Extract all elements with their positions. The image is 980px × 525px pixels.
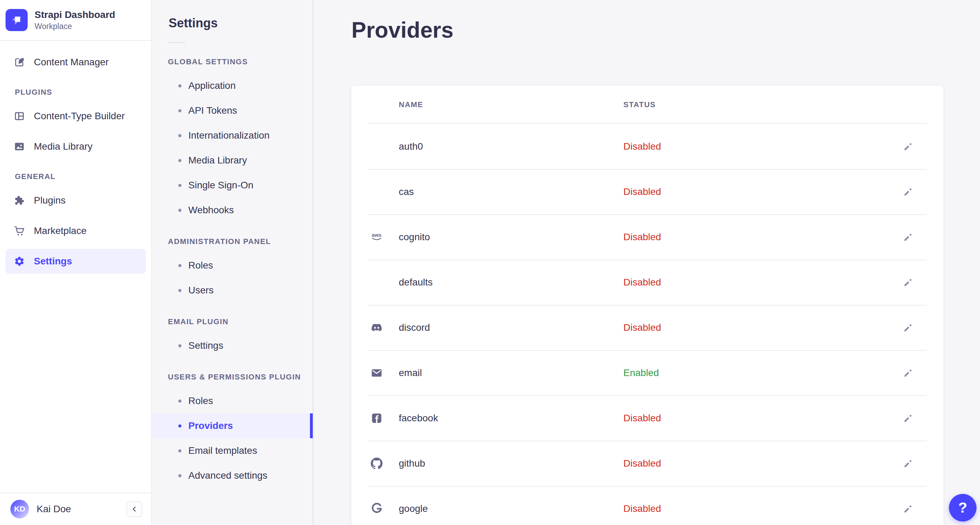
bullet-icon bbox=[178, 184, 181, 187]
provider-name: google bbox=[399, 503, 428, 514]
edit-provider-button[interactable] bbox=[900, 139, 916, 154]
brand-text: Strapi Dashboard Workplace bbox=[35, 9, 115, 31]
settings-nav-item-label: Roles bbox=[188, 260, 213, 271]
sidebar-item-marketplace[interactable]: Marketplace bbox=[6, 218, 146, 243]
pencil-icon bbox=[903, 503, 914, 514]
workspace-name: Workplace bbox=[35, 21, 115, 31]
bullet-icon bbox=[178, 264, 181, 267]
bullet-icon bbox=[178, 399, 181, 402]
settings-nav-title: Settings bbox=[169, 14, 313, 32]
settings-nav-item-label: Application bbox=[188, 80, 235, 91]
edit-provider-button[interactable] bbox=[900, 275, 916, 290]
provider-status-badge: Disabled bbox=[624, 503, 661, 514]
edit-provider-button[interactable] bbox=[900, 320, 916, 335]
settings-nav-item-users-and-permissions-plugin-providers[interactable]: Providers bbox=[152, 414, 313, 438]
provider-row-cognito[interactable]: awscognitoDisabled bbox=[352, 214, 943, 259]
provider-row-cas[interactable]: casDisabled bbox=[352, 169, 943, 214]
settings-nav-item-global-settings-api-tokens[interactable]: API Tokens bbox=[152, 98, 313, 123]
bullet-icon bbox=[178, 425, 181, 428]
edit-provider-button[interactable] bbox=[900, 365, 916, 380]
edit-provider-button[interactable] bbox=[900, 501, 916, 516]
sidebar-item-label: Marketplace bbox=[34, 225, 87, 236]
sidebar-item-media-library[interactable]: Media Library bbox=[6, 134, 146, 159]
strapi-logo-icon bbox=[6, 9, 28, 31]
settings-nav-item-label: Providers bbox=[188, 420, 233, 431]
settings-nav-item-administration-panel-users[interactable]: Users bbox=[152, 278, 313, 303]
bullet-icon bbox=[178, 449, 181, 452]
divider bbox=[169, 42, 185, 43]
provider-status-badge: Disabled bbox=[624, 186, 661, 197]
bullet-icon bbox=[178, 84, 181, 88]
settings-section-label-global-settings: GLOBAL SETTINGS bbox=[168, 57, 313, 66]
sidebar-item-label: Media Library bbox=[34, 141, 92, 152]
user-menu[interactable]: KD Kai Doe bbox=[10, 500, 71, 519]
settings-nav-item-global-settings-media-library[interactable]: Media Library bbox=[152, 148, 313, 173]
sidebar-item-plugins[interactable]: Plugins bbox=[6, 188, 146, 213]
pencil-icon bbox=[903, 458, 914, 469]
settings-nav-item-label: Single Sign-On bbox=[188, 180, 253, 191]
provider-status-badge: Disabled bbox=[624, 413, 661, 424]
provider-row-facebook[interactable]: facebookDisabled bbox=[352, 395, 943, 441]
provider-name: auth0 bbox=[399, 141, 423, 152]
settings-nav-sections: GLOBAL SETTINGSApplicationAPI TokensInte… bbox=[152, 57, 313, 488]
help-button[interactable]: ? bbox=[949, 494, 977, 522]
facebook-icon bbox=[371, 412, 383, 424]
provider-status-badge: Enabled bbox=[624, 368, 659, 379]
settings-nav-item-label: Settings bbox=[188, 340, 223, 351]
sidebar-item-label: Content-Type Builder bbox=[34, 111, 125, 122]
settings-nav-item-global-settings-single-sign-on[interactable]: Single Sign-On bbox=[152, 173, 313, 198]
provider-row-email[interactable]: emailEnabled bbox=[352, 350, 943, 395]
settings-nav-item-global-settings-webhooks[interactable]: Webhooks bbox=[152, 198, 313, 223]
settings-nav-item-global-settings-internationalization[interactable]: Internationalization bbox=[152, 123, 313, 148]
discord-icon bbox=[371, 322, 383, 334]
provider-row-defaults[interactable]: defaultsDisabled bbox=[352, 259, 943, 305]
sidebar-item-label: Content Manager bbox=[34, 57, 108, 68]
settings-nav-item-global-settings-application[interactable]: Application bbox=[152, 73, 313, 98]
edit-provider-button[interactable] bbox=[900, 229, 916, 245]
settings-nav-item-users-and-permissions-plugin-advanced-settings[interactable]: Advanced settings bbox=[152, 463, 313, 488]
google-icon bbox=[371, 503, 383, 515]
pencil-icon bbox=[903, 368, 914, 379]
collapse-sidebar-button[interactable] bbox=[126, 501, 142, 517]
bullet-icon bbox=[178, 109, 181, 112]
github-icon bbox=[371, 458, 383, 469]
bullet-icon bbox=[178, 209, 181, 212]
settings-nav-item-administration-panel-roles[interactable]: Roles bbox=[152, 253, 313, 278]
edit-provider-button[interactable] bbox=[900, 184, 916, 199]
settings-nav-item-email-plugin-settings[interactable]: Settings bbox=[152, 333, 313, 358]
provider-status-badge: Disabled bbox=[624, 458, 661, 469]
settings-nav-item-users-and-permissions-plugin-roles[interactable]: Roles bbox=[152, 388, 313, 414]
provider-row-google[interactable]: googleDisabled bbox=[352, 486, 943, 525]
envelope-icon bbox=[371, 367, 383, 379]
provider-row-discord[interactable]: discordDisabled bbox=[352, 305, 943, 350]
provider-name: defaults bbox=[399, 277, 433, 288]
bullet-icon bbox=[178, 134, 181, 137]
sidebar-item-content-type-builder[interactable]: Content-Type Builder bbox=[6, 104, 146, 129]
provider-row-github[interactable]: githubDisabled bbox=[352, 441, 943, 486]
sidebar-item-content-manager[interactable]: Content Manager bbox=[6, 50, 146, 75]
sidebar-item-settings[interactable]: Settings bbox=[6, 249, 146, 274]
settings-nav-item-label: Email templates bbox=[188, 445, 257, 456]
svg-text:aws: aws bbox=[372, 232, 382, 238]
sidebar-section-label-general: GENERAL bbox=[15, 172, 151, 181]
settings-nav-item-label: Media Library bbox=[188, 155, 247, 166]
provider-name: discord bbox=[399, 322, 430, 333]
pencil-icon bbox=[903, 141, 914, 152]
column-header-name: NAME bbox=[399, 100, 423, 109]
avatar: KD bbox=[10, 500, 29, 519]
edit-provider-button[interactable] bbox=[900, 410, 916, 426]
edit-provider-button[interactable] bbox=[900, 456, 916, 471]
provider-status-badge: Disabled bbox=[624, 232, 661, 243]
provider-row-auth0[interactable]: auth0Disabled bbox=[352, 124, 943, 169]
sidebar-item-label: Settings bbox=[34, 256, 72, 267]
pencil-icon bbox=[903, 232, 914, 243]
plugins-icon bbox=[14, 195, 25, 206]
main-sidebar: Strapi Dashboard Workplace Content Manag… bbox=[0, 0, 152, 525]
sidebar-footer: KD Kai Doe bbox=[0, 493, 151, 525]
content-manager-icon bbox=[14, 57, 25, 68]
main-content: Providers NAME STATUS auth0DisabledcasDi… bbox=[314, 0, 980, 525]
settings-nav-item-label: Internationalization bbox=[188, 130, 269, 141]
media-library-icon bbox=[14, 141, 25, 152]
settings-nav-item-users-and-permissions-plugin-email-templates[interactable]: Email templates bbox=[152, 438, 313, 463]
workspace-header[interactable]: Strapi Dashboard Workplace bbox=[0, 0, 151, 41]
